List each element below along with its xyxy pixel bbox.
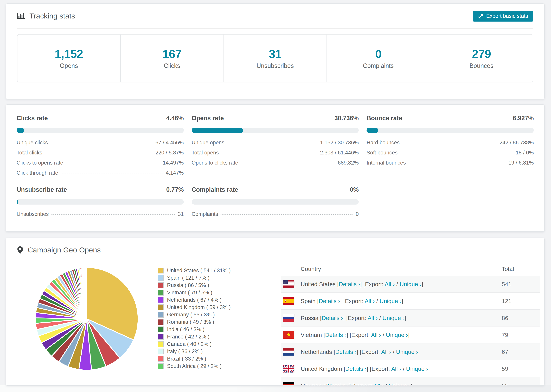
details-link[interactable]: Details › [339,281,360,287]
legend-item[interactable]: India ( 46 / 3% ) [158,326,231,333]
geo-table-row: Russia [Details ›] [Export: All › / Uniq… [281,309,540,327]
rate-value: 6.927% [513,115,534,122]
legend-item[interactable]: United Kingdom ( 59 / 3% ) [158,304,231,311]
bracket: ] [408,332,410,338]
summary-stat: 0Complaints [326,35,430,82]
rate-progress-fill [17,199,18,204]
export-unique-link[interactable]: Unique › [382,315,404,321]
country-flag-ru [283,314,294,322]
export-all-link[interactable]: All › [381,349,391,355]
rate-section: Opens rate30.736%Unique opens1,152 / 30.… [192,115,359,180]
export-unique-link[interactable]: Unique › [380,298,402,304]
export-all-link[interactable]: All › [385,281,395,287]
legend-swatch [158,290,164,295]
geo-table-row: Spain [Details ›] [Export: All › / Uniqu… [281,293,540,309]
export-all-link[interactable]: All › [391,365,401,372]
legend-item[interactable]: Germany ( 55 / 3% ) [158,311,231,318]
export-basic-stats-button[interactable]: Export basic stats [473,11,533,21]
legend-item[interactable]: South Africa ( 29 / 2% ) [158,362,231,370]
legend-swatch [158,334,164,340]
export-all-link[interactable]: All › [374,382,384,386]
legend-swatch [158,319,164,325]
rate-stat-value: 19 / 6.81% [509,160,534,166]
country-name: Russia [301,315,320,321]
summary-stat: 31Unsubscribes [224,35,327,82]
legend-swatch [158,282,164,288]
bracket: ] [Export: [360,281,385,287]
export-unique-link[interactable]: Unique › [396,349,418,355]
legend-swatch [158,327,164,332]
summary-stat-label: Complaints [363,62,394,70]
summary-stat-value: 31 [269,47,282,61]
rate-progress-bar [192,128,359,133]
legend-item[interactable]: Vietnam ( 79 / 5% ) [158,289,231,296]
dotted-leader [51,214,175,215]
export-all-link[interactable]: All › [367,315,378,321]
rate-stat-label: Soft bounces [367,150,397,156]
country-name: Germany [301,382,326,386]
legend-swatch [158,312,164,318]
geo-country-cell: Germany [Details ›] [Export: All › / Uni… [281,382,502,386]
details-link[interactable]: Details › [345,365,367,372]
legend-item[interactable]: Russia ( 86 / 5% ) [158,281,231,289]
bracket: ] [Export: [349,382,374,386]
details-link[interactable]: Details › [335,349,357,355]
dotted-leader [61,173,163,173]
legend-label: India ( 46 / 3% ) [167,326,205,332]
dotted-leader [227,143,318,143]
legend-label: Canada ( 40 / 2% ) [167,341,212,347]
details-link[interactable]: Details › [325,332,346,338]
export-all-link[interactable]: All › [371,332,381,338]
legend-swatch [158,297,164,303]
legend-item[interactable]: Romania ( 49 / 3% ) [158,318,231,326]
export-unique-link[interactable]: Unique › [406,365,428,372]
legend-swatch [158,363,164,369]
legend-item[interactable]: Brazil ( 33 / 2% ) [158,355,231,362]
export-unique-link[interactable]: Unique › [386,332,408,338]
geo-total-cell: 79 [502,332,540,338]
export-unique-link[interactable]: Unique › [389,382,411,386]
summary-stat-value: 167 [162,47,181,61]
country-name: Spain [301,298,317,304]
legend-item[interactable]: Netherlands ( 67 / 4% ) [158,296,231,304]
details-link[interactable]: Details › [322,315,343,321]
tracking-stats-card: Tracking stats Export basic stats 1,152O… [6,3,545,99]
legend-item[interactable]: Italy ( 36 / 2% ) [158,348,231,355]
rate-stat-row: Clicks to opens rate14.497% [17,160,184,170]
bracket: ] [402,298,403,304]
rate-section-header: Opens rate30.736% [192,115,359,124]
export-basic-stats-label: Export basic stats [486,13,528,19]
dotted-leader [65,163,160,163]
export-all-link[interactable]: All › [365,298,375,304]
slash: / [378,315,382,321]
rate-value: 0.77% [166,186,184,193]
bracket: ] [Export: [346,332,371,338]
rate-stat-value: 220 / 5.87% [155,150,184,156]
rate-progress-bar [192,199,359,204]
geo-country-cell: United States [Details ›] [Export: All ›… [281,281,502,287]
rate-progress-fill [17,128,24,133]
legend-swatch [158,275,164,281]
rate-stat-row: Soft bounces18 / 0% [367,150,534,160]
geo-total-cell: 86 [502,315,540,321]
legend-item[interactable]: United States ( 541 / 31% ) [158,267,231,274]
summary-stat-value: 279 [472,47,491,61]
details-link[interactable]: Details › [328,382,349,386]
bracket: [ [326,382,328,386]
rate-section-header: Unsubscribe rate0.77% [17,186,184,195]
legend-item[interactable]: France ( 42 / 2% ) [158,333,231,340]
slash: / [391,349,396,355]
rate-stat-row: Complaints0 [192,211,359,221]
country-flag-es [283,297,294,305]
rate-stat-label: Unique clicks [17,140,48,146]
legend-label: Germany ( 55 / 3% ) [167,312,215,318]
slash: / [381,332,386,338]
summary-stat-label: Opens [60,62,78,70]
rate-stat-row: Unique opens1,152 / 30.736% [192,140,359,150]
details-link[interactable]: Details › [319,298,340,304]
rate-value: 0% [350,186,359,193]
export-unique-link[interactable]: Unique › [400,281,422,287]
legend-item[interactable]: Canada ( 40 / 2% ) [158,340,231,348]
legend-item[interactable]: Spain ( 121 / 7% ) [158,274,231,281]
rates-grid: Clicks rate4.46%Unique clicks167 / 4.456… [6,105,544,221]
